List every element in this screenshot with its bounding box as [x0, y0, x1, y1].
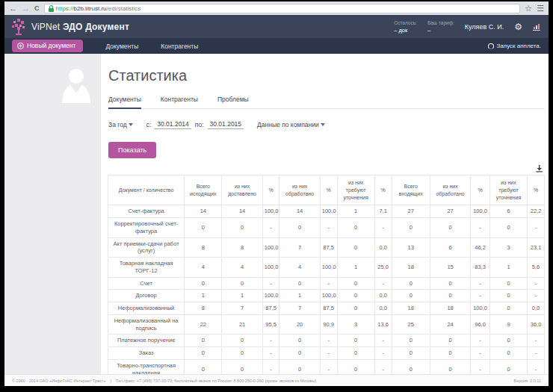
cell-value: 100,0 — [262, 205, 279, 218]
cell-value: 14 — [279, 205, 320, 218]
cell-value: 36,0 — [528, 314, 545, 335]
cell-value: 87,5 — [320, 302, 337, 315]
cell-value: 0 — [185, 347, 222, 360]
cell-value: - — [374, 359, 392, 374]
cell-value: 0 — [279, 359, 320, 374]
show-button[interactable]: Показать — [108, 142, 156, 158]
cell-value: - — [471, 218, 490, 238]
column-header: % — [374, 175, 392, 205]
caret-down-icon — [321, 123, 325, 126]
cell-value: 8 — [185, 237, 222, 258]
menu-icon[interactable]: ☰ — [537, 4, 544, 13]
cell-value: 0 — [185, 359, 222, 374]
table-row: Корректировочный счет-фактура00-0-0-00-0… — [108, 218, 545, 238]
cell-value: 0 — [430, 347, 470, 360]
vipnet-logo-icon — [12, 19, 25, 35]
cell-value: 0 — [392, 218, 430, 238]
row-label: Договор — [108, 290, 185, 302]
bookmark-star-icon[interactable]: ☆ — [525, 4, 532, 13]
address-bar[interactable]: https://b2b.iitrust.ru/edi/statistics — [44, 4, 521, 13]
cell-value: 18 — [392, 258, 430, 278]
cell-value: 1 — [337, 205, 374, 218]
url-path: /edi/statistics — [107, 5, 141, 12]
cell-value: 87,5 — [320, 237, 337, 258]
cell-value: - — [528, 335, 545, 347]
footer-phone: Тел./факс: +7 (495) 737-33-73, бесплатны… — [116, 379, 316, 383]
cell-value: 100,0 — [262, 258, 279, 278]
cell-value: 14 — [222, 205, 262, 218]
forward-icon[interactable]: → — [22, 4, 30, 13]
cell-value: - — [320, 359, 337, 374]
tab-documents[interactable]: Документы — [108, 93, 141, 109]
cell-value: 0,0 — [528, 302, 545, 315]
cell-value: - — [471, 347, 490, 360]
cell-value: 27 — [430, 205, 470, 218]
cell-value: 100,0 — [262, 237, 279, 258]
date-from-input[interactable]: 30.01.2014 — [155, 120, 191, 129]
cell-value: 4 — [222, 258, 262, 278]
cell-value: 1 — [222, 290, 262, 302]
tab-contractors[interactable]: Контрагенты — [161, 93, 198, 108]
cell-value: 0 — [392, 359, 430, 374]
cell-value: 0 — [430, 335, 470, 347]
cell-value: 0 — [337, 347, 374, 360]
row-label: Акт приемки-сдачи работ (услуг) — [108, 237, 185, 258]
avatar-person-icon — [61, 67, 92, 103]
cell-value: - — [471, 290, 490, 302]
table-row: Неформализованный8787,5787,500,01818100,… — [108, 302, 545, 315]
date-to-label: по: — [195, 121, 204, 128]
statistics-icon[interactable] — [533, 23, 541, 31]
column-header: % — [262, 175, 279, 205]
reload-icon[interactable]: C — [34, 4, 40, 12]
scope-dropdown[interactable]: Данные по компании — [257, 121, 325, 128]
cell-value: 0 — [392, 277, 430, 290]
cell-value: - — [471, 335, 490, 347]
cell-value: 4 — [279, 258, 320, 278]
table-row: Заказ00-0-0-00-0- — [108, 347, 545, 360]
cell-value: 0 — [430, 218, 470, 238]
new-document-label: Новый документ — [27, 42, 75, 49]
download-icon[interactable] — [535, 164, 543, 172]
date-from-label: с: — [146, 121, 152, 128]
new-document-button[interactable]: Новый документ — [12, 40, 83, 52]
cell-value: 0 — [337, 302, 374, 315]
cell-value: 100,0 — [262, 290, 279, 302]
cell-value: 0 — [222, 359, 262, 374]
row-label: Счет — [108, 277, 185, 290]
period-dropdown[interactable]: За год — [108, 121, 133, 128]
cell-value: 95,5 — [262, 314, 279, 335]
column-header: Всего входящих — [392, 175, 430, 205]
cell-value: 0 — [392, 347, 430, 360]
footer-separator: | — [110, 379, 111, 383]
cell-value: 25,0 — [374, 258, 392, 278]
cell-value: 6 — [430, 237, 470, 258]
cell-value: 5,6 — [528, 258, 545, 278]
cell-value: 0 — [392, 290, 430, 302]
user-name[interactable]: Куляев С. И. — [465, 23, 504, 31]
tariff-value: – — [427, 27, 454, 34]
back-icon[interactable]: ← — [9, 4, 17, 13]
cell-value: 3 — [489, 237, 527, 258]
cell-value: 15 — [430, 258, 470, 278]
cell-value: 22,2 — [528, 205, 545, 218]
cell-value: - — [320, 347, 337, 360]
gear-icon[interactable]: ⚙ — [514, 22, 522, 31]
cell-value: 83,3 — [471, 258, 490, 278]
tab-problems[interactable]: Проблемы — [217, 93, 249, 108]
date-to-input[interactable]: 30.01.2015 — [208, 120, 244, 129]
cell-value: 7 — [222, 302, 262, 315]
cell-value: 9 — [489, 314, 527, 335]
sidebar — [4, 54, 101, 374]
table-row: Товарная накладная ТОРГ-1244100,04100,01… — [108, 258, 545, 278]
table-row: Товарно-транспортная накладная00-0-0-00-… — [108, 359, 545, 374]
cell-value: - — [374, 218, 392, 238]
nav-item-documents[interactable]: Документы — [105, 43, 138, 50]
nav-item-contractors[interactable]: Контрагенты — [161, 43, 198, 50]
cell-value: 0 — [337, 277, 374, 290]
cell-value: 6 — [489, 205, 527, 218]
column-header: % — [471, 175, 490, 205]
footer-copyright: © 2000 - 2014 ОАО «ИнфоТеКС Интернет Тра… — [12, 379, 105, 383]
cell-value: 1 — [185, 290, 222, 302]
applet-label: Запуск апплета. — [497, 43, 541, 49]
cell-value: 0,0 — [374, 290, 392, 302]
